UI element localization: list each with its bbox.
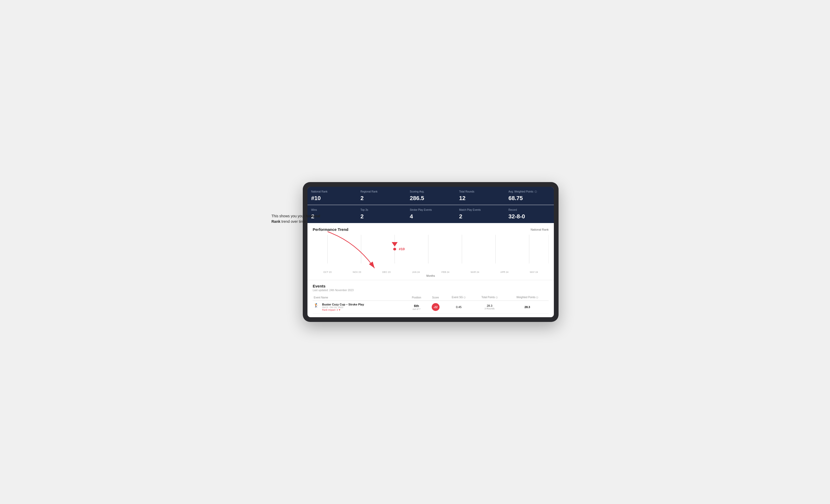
stat-total-rounds-value: 12 bbox=[459, 195, 501, 202]
chart-month-apr24: APR 24 bbox=[490, 271, 519, 273]
svg-point-10 bbox=[393, 248, 396, 250]
chart-month-may24: MAY 24 bbox=[519, 271, 549, 273]
stat-scoring-avg: Scoring Avg. 286.5 bbox=[406, 187, 455, 205]
chart-month-feb24: FEB 24 bbox=[430, 271, 460, 273]
stat-stroke-play-events-label: Stroke Play Events bbox=[410, 208, 451, 211]
event-name: Buster Cozy Cup – Stroke Play bbox=[322, 303, 364, 306]
stat-top3s: Top 3s 2 bbox=[357, 205, 406, 223]
col-weighted-points: Weighted Points ⓘ bbox=[506, 294, 549, 301]
events-table-header-row: Event Name Position Score Event SG ⓘ bbox=[313, 294, 549, 301]
stat-scoring-avg-label: Scoring Avg. bbox=[410, 190, 451, 193]
trend-type-label: National Rank bbox=[531, 228, 549, 231]
stat-total-rounds-label: Total Rounds bbox=[459, 190, 501, 193]
stat-avg-weighted-points-label: Avg. Weighted Points ⓘ bbox=[508, 190, 550, 194]
svg-marker-9 bbox=[392, 242, 398, 246]
event-sg-value: 0.45 bbox=[456, 305, 461, 309]
event-score-badge: -22 bbox=[432, 303, 440, 311]
chart-svg: #10 bbox=[313, 235, 549, 269]
stat-stroke-play-events-value: 4 bbox=[410, 213, 451, 220]
stat-record-label: Record bbox=[508, 208, 550, 211]
tablet-frame: National Rank #10 Regional Rank 2 Scorin… bbox=[303, 182, 558, 322]
stat-national-rank-label: National Rank bbox=[311, 190, 353, 193]
annotation-text: This shows you your National Rank trend … bbox=[272, 213, 324, 224]
event-position: 6th bbox=[408, 304, 426, 308]
chart-month-nov23: NOV 23 bbox=[342, 271, 372, 273]
chart-month-mar24: MAR 24 bbox=[460, 271, 490, 273]
trend-header: Performance Trend National Rank bbox=[313, 227, 549, 232]
event-name-cell: 🏌️ Buster Cozy Cup – Stroke Play Oct 9 -… bbox=[313, 301, 406, 313]
event-date: Oct 9 - Oct 10, 2023 bbox=[322, 306, 364, 309]
tablet-screen: National Rank #10 Regional Rank 2 Scorin… bbox=[308, 187, 554, 317]
events-table-header: Event Name Position Score Event SG ⓘ bbox=[313, 294, 549, 301]
chart-area: #10 bbox=[313, 235, 549, 269]
stat-match-play-events-value: 2 bbox=[459, 213, 501, 220]
stats-row-2: Wins 2 Top 3s 2 Stroke Play Events 4 Mat… bbox=[308, 205, 554, 223]
table-row: 🏌️ Buster Cozy Cup – Stroke Play Oct 9 -… bbox=[313, 301, 549, 313]
col-score: Score bbox=[427, 294, 445, 301]
stat-avg-weighted-points: Avg. Weighted Points ⓘ 68.75 bbox=[505, 187, 554, 205]
event-position-sub: out of 7 bbox=[408, 308, 426, 310]
events-title: Events bbox=[313, 284, 549, 288]
events-last-updated: Last updated: 24th November 2023 bbox=[313, 289, 549, 292]
stat-record: Record 32-8-0 bbox=[505, 205, 554, 223]
chart-month-dec23: DEC 23 bbox=[372, 271, 401, 273]
events-table-body: 🏌️ Buster Cozy Cup – Stroke Play Oct 9 -… bbox=[313, 301, 549, 313]
performance-trend-section: Performance Trend National Rank bbox=[308, 223, 554, 280]
stat-top3s-value: 2 bbox=[360, 213, 402, 220]
event-score-cell: -22 bbox=[427, 301, 445, 313]
event-total-rounds: 3 Rounds bbox=[474, 307, 505, 310]
stat-national-rank: National Rank #10 bbox=[308, 187, 356, 205]
col-position: Position bbox=[406, 294, 427, 301]
events-header: Events bbox=[313, 284, 549, 288]
stat-avg-weighted-points-value: 68.75 bbox=[508, 195, 550, 202]
stat-top3s-label: Top 3s bbox=[360, 208, 402, 211]
rank-impact-arrow: ▼ bbox=[339, 309, 341, 311]
stat-wins-label: Wins bbox=[311, 208, 353, 211]
event-total-points: 28.3 bbox=[474, 304, 505, 307]
col-event-name: Event Name bbox=[313, 294, 406, 301]
event-sg-cell: 0.45 bbox=[445, 301, 473, 313]
stat-regional-rank-value: 2 bbox=[360, 195, 402, 202]
event-golf-icon: 🏌️ bbox=[314, 303, 319, 308]
stat-regional-rank: Regional Rank 2 bbox=[357, 187, 406, 205]
chart-month-jan24: JAN 24 bbox=[401, 271, 430, 273]
event-weighted-points: 28.3 bbox=[524, 305, 530, 309]
stat-match-play-events: Match Play Events 2 bbox=[455, 205, 505, 223]
event-total-points-cell: 28.3 3 Rounds bbox=[473, 301, 506, 313]
stat-national-rank-value: #10 bbox=[311, 195, 353, 202]
rank-impact: Rank Impact: 3 ▼ bbox=[322, 309, 364, 311]
chart-axis-label: Months bbox=[313, 274, 549, 277]
stats-row-1: National Rank #10 Regional Rank 2 Scorin… bbox=[308, 187, 554, 205]
page-wrapper: This shows you your National Rank trend … bbox=[272, 182, 558, 322]
event-position-cell: 6th out of 7 bbox=[406, 301, 427, 313]
chart-months: OCT 23 NOV 23 DEC 23 JAN 24 FEB 24 MAR 2… bbox=[313, 270, 549, 273]
content-area: National Rank #10 Regional Rank 2 Scorin… bbox=[308, 187, 554, 317]
event-weighted-points-cell: 28.3 bbox=[506, 301, 549, 313]
stat-total-rounds: Total Rounds 12 bbox=[455, 187, 505, 205]
stat-record-value: 32-8-0 bbox=[508, 213, 550, 220]
chart-month-oct23: OCT 23 bbox=[313, 271, 342, 273]
col-event-sg: Event SG ⓘ bbox=[445, 294, 473, 301]
stat-scoring-avg-value: 286.5 bbox=[410, 195, 451, 202]
trend-title: Performance Trend bbox=[313, 227, 348, 232]
events-section: Events Last updated: 24th November 2023 … bbox=[308, 280, 554, 317]
stat-regional-rank-label: Regional Rank bbox=[360, 190, 402, 193]
stat-stroke-play-events: Stroke Play Events 4 bbox=[406, 205, 455, 223]
events-table: Event Name Position Score Event SG ⓘ bbox=[313, 294, 549, 313]
info-icon: ⓘ bbox=[535, 191, 537, 193]
col-total-points: Total Points ⓘ bbox=[473, 294, 506, 301]
svg-text:#10: #10 bbox=[399, 247, 405, 251]
stat-match-play-events-label: Match Play Events bbox=[459, 208, 501, 211]
